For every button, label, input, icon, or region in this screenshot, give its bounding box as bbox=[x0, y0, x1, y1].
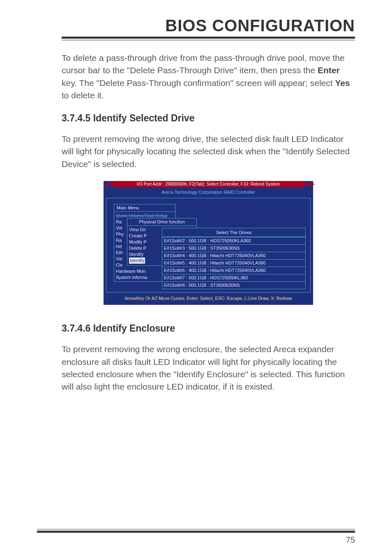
drive-row[interactable]: E#1Solt#5 : 400.1GB : Hitachi HDT725040V… bbox=[162, 259, 305, 267]
scroll-left-icon: ◀◀◀◀ bbox=[104, 181, 113, 187]
bios-subtitle: Areca Technology Corporation RAID Contro… bbox=[104, 188, 313, 198]
text-seg: key. The "Delete Pass-Through confirmati… bbox=[62, 78, 335, 88]
bios-body: Main Menu Quick Volume/Raid Setup Ra Vol… bbox=[106, 198, 311, 292]
rule-thin bbox=[62, 40, 355, 40]
paragraph-delete-passthrough: To delete a pass-through drive from the … bbox=[62, 52, 355, 102]
paragraph-identify-drive: To prevent removing the wrong drive, the… bbox=[62, 133, 355, 170]
paragraph-identify-enclosure: To prevent removing the wrong enclosure,… bbox=[62, 343, 355, 393]
drive-row[interactable]: E#1Solt#4 : 400.1GB : Hitachi HDT725040V… bbox=[162, 252, 305, 259]
footer-rule-thin bbox=[37, 529, 355, 529]
panel-title-pdfunc: Physical Drive function bbox=[127, 218, 196, 226]
bios-top-bar: I/O Port Addr : 28000000h, F2(Tab): Sele… bbox=[113, 181, 303, 187]
bios-footer-hint: ArrowKey Or AZ:Move Cursor, Enter: Selec… bbox=[104, 292, 313, 302]
scroll-right-icon: ▶▶▶▶ bbox=[303, 181, 313, 187]
page-number: 75 bbox=[37, 535, 355, 545]
panel-select-drives: Select The Drives E#1Solt#2 : 500.1GB : … bbox=[162, 228, 306, 289]
panel-title-select-drives: Select The Drives bbox=[162, 228, 305, 237]
footer-rule-thick bbox=[37, 531, 355, 533]
panel-title-main-menu: Main Menu bbox=[114, 204, 175, 212]
drive-row[interactable]: E#1Solt#6 : 400.1GB : Hitachi HDT725040V… bbox=[162, 267, 305, 274]
heading-identify-selected-drive: 3.7.4.5 Identify Selected Drive bbox=[62, 113, 355, 124]
text-bold-enter: Enter bbox=[318, 65, 340, 75]
menu-item-identify-selected[interactable]: Identify bbox=[129, 258, 145, 264]
rule-thick bbox=[62, 37, 355, 39]
drive-row[interactable]: E#1Solt#2 : 500.1GB : HDS725050KLA360 bbox=[162, 237, 305, 244]
text-seg: To delete a pass-through drive from the … bbox=[62, 53, 345, 75]
text-seg: to delete it. bbox=[62, 91, 104, 100]
page-title: BIOS CONFIGURATION bbox=[62, 16, 355, 35]
heading-identify-enclosure: 3.7.4.6 Identify Enclosure bbox=[62, 323, 355, 334]
bios-screenshot: ◀◀◀◀ I/O Port Addr : 28000000h, F2(Tab):… bbox=[104, 181, 313, 305]
drive-row[interactable]: E#1Solt#8 : 500.1GB : ST3500630NS bbox=[162, 281, 305, 289]
text-bold-yes: Yes bbox=[335, 78, 350, 88]
drive-row[interactable]: E#1Solt#3 : 500.1GB : ST3500630NS bbox=[162, 244, 305, 252]
drive-row[interactable]: E#1Solt#7 : 500.1GB : HDS725050KL360 bbox=[162, 274, 305, 281]
